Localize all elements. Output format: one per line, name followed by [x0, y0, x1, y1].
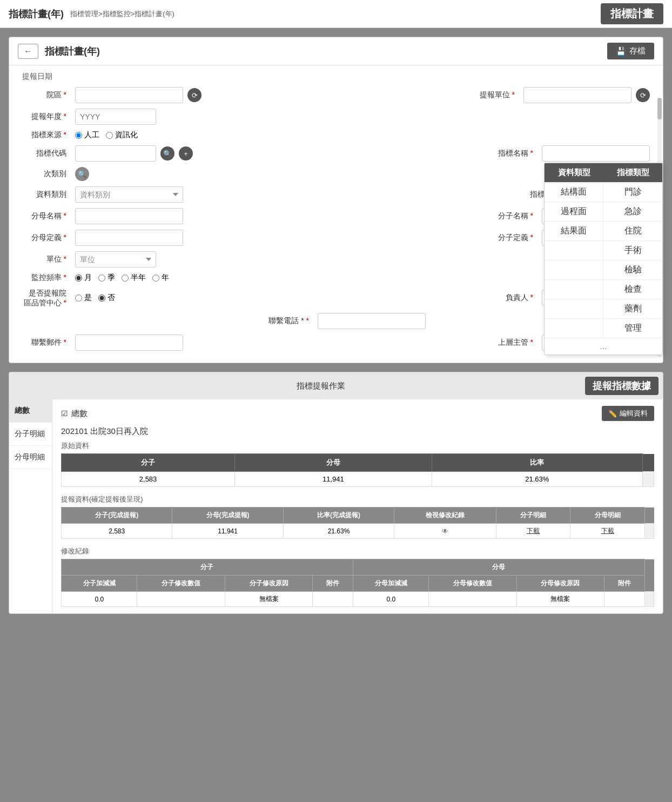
label-numer-def: 分子定義 [489, 233, 537, 243]
raw-numerator: 2,583 [62, 472, 235, 487]
report-data-row: 2,583 11,941 21.63% 👁 下載 下載 [62, 524, 654, 539]
row-indicator-code: 指標代碼 🔍 + 指標名稱 [22, 145, 650, 162]
dropdown-row-7[interactable]: 管理 [545, 318, 662, 338]
dropdown-cell-4-2[interactable]: 檢驗 [603, 260, 662, 279]
dropdown-row-3[interactable]: 手術 [545, 240, 662, 260]
radio-digital[interactable]: 資訊化 [106, 130, 138, 140]
raw-data-label: 原始資料 [61, 441, 654, 451]
record-title: 202101 出院30日再入院 [61, 426, 654, 437]
data-title-row: ☑ 總數 ✏️ 編輯資料 [61, 406, 654, 421]
dropdown-cell-0-1[interactable]: 結構面 [545, 183, 603, 202]
report-view-btn[interactable]: 👁 [394, 524, 496, 539]
input-report-year[interactable] [75, 109, 156, 125]
modify-scroll[interactable] [645, 559, 654, 576]
radio-half[interactable]: 半年 [122, 273, 146, 283]
freq-month-label: 月 [84, 273, 92, 283]
denom-detail-download[interactable]: 下載 [601, 527, 614, 534]
raw-scroll-cell [643, 472, 654, 487]
input-denom-name[interactable] [75, 208, 183, 224]
label-unit: 單位 [22, 255, 71, 264]
label-monitor-freq: 監控頻率 [22, 273, 71, 283]
dropdown-cell-3-1 [545, 241, 603, 260]
report-scroll[interactable] [645, 507, 654, 524]
back-button[interactable]: ← [18, 44, 38, 59]
dropdown-cell-1-1[interactable]: 過程面 [545, 202, 603, 221]
input-email[interactable] [75, 335, 183, 351]
radio-manual[interactable]: 人工 [75, 130, 99, 140]
data-area: ☑ 總數 ✏️ 編輯資料 202101 出院30日再入院 原始資料 分子 [52, 399, 663, 613]
main-content: ← 指標計畫(年) 💾 存檔 提報日期 院區 ⟳ 提報單位 [0, 28, 672, 623]
radio-month[interactable]: 月 [75, 273, 92, 283]
form-panel-header: ← 指標計畫(年) 💾 存檔 [9, 37, 663, 65]
radio-no[interactable]: 否 [98, 293, 115, 303]
subcategory-search-btn[interactable]: 🔍 [75, 167, 89, 181]
num-detail-download[interactable]: 下載 [527, 527, 540, 534]
dropdown-cell-3-2[interactable]: 手術 [603, 241, 662, 260]
sidebar-item-denominator[interactable]: 分母明細 [9, 446, 52, 469]
sidebar-item-total[interactable]: 總數 [9, 399, 52, 423]
radio-group-source: 人工 資訊化 [75, 130, 138, 140]
code-search-btn[interactable]: 🔍 [160, 146, 174, 161]
modify-num-value [137, 592, 225, 607]
modify-num-group: 分子 [62, 559, 353, 576]
report-data-table: 分子(完成提報) 分母(完成提報) 比率(完成提報) 檢視修改紀錄 分子明細 分… [61, 507, 654, 539]
modify-denom-attach [604, 592, 645, 607]
input-indicator-code[interactable] [75, 145, 156, 162]
dropdown-row-6[interactable]: 藥劑 [545, 299, 662, 318]
radio-year[interactable]: 年 [152, 273, 169, 283]
label-indicator-source: 指標來源 [22, 130, 71, 140]
edit-data-button[interactable]: ✏️ 編輯資料 [602, 406, 654, 421]
radio-yes[interactable]: 是 [75, 293, 92, 303]
input-denom-def[interactable] [75, 230, 183, 246]
top-bar-badge: 指標計畫 [601, 3, 663, 24]
raw-data-row: 2,583 11,941 21.63% [62, 472, 654, 487]
dropdown-row-2[interactable]: 結果面 住院 [545, 221, 662, 240]
checkbox-icon[interactable]: ☑ [61, 409, 68, 418]
radio-quarter[interactable]: 季 [98, 273, 115, 283]
dropdown-cell-1-2[interactable]: 急診 [603, 202, 662, 221]
sidebar-item-numerator[interactable]: 分子明細 [9, 423, 52, 446]
dropdown-more[interactable]: ... [545, 338, 662, 355]
dropdown-cell-5-2[interactable]: 檢查 [603, 280, 662, 299]
modify-scroll-cell [645, 592, 654, 607]
institute-search-btn[interactable]: ⟳ [187, 88, 201, 102]
input-institute[interactable] [75, 87, 183, 103]
dropdown-cell-2-1[interactable]: 結果面 [545, 222, 603, 240]
label-email: 聯繫郵件 [22, 338, 71, 347]
save-button[interactable]: 💾 存檔 [607, 43, 654, 59]
dropdown-overlay: 資料類型 指標類型 結構面 門診 過程面 急診 結果面 住院 手術 [544, 163, 663, 355]
report-denominator: 11,941 [172, 524, 283, 539]
modify-denom-delta: 0.0 [353, 592, 428, 607]
select-unit[interactable]: 單位 [75, 251, 156, 268]
input-report-unit[interactable] [523, 87, 631, 103]
raw-denominator: 11,941 [235, 472, 432, 487]
input-phone[interactable] [318, 313, 426, 329]
raw-scroll[interactable] [643, 454, 654, 472]
top-bar-left: 指標計畫(年) 指標管理>指標監控>指標計畫(年) [9, 8, 174, 21]
modify-num-attach [313, 592, 353, 607]
code-add-btn[interactable]: + [179, 146, 193, 161]
form-panel: ← 指標計畫(年) 💾 存檔 提報日期 院區 ⟳ 提報單位 [9, 37, 663, 363]
report-col-num: 分子(完成提報) [62, 507, 172, 524]
report-unit-search-btn[interactable]: ⟳ [636, 88, 650, 102]
bottom-panel-badge: 提報指標數據 [585, 377, 658, 395]
dropdown-row-5[interactable]: 檢查 [545, 279, 662, 299]
dropdown-cell-5-1 [545, 280, 603, 299]
save-label: 存檔 [629, 46, 646, 56]
dropdown-cell-7-2[interactable]: 管理 [603, 319, 662, 338]
edit-icon: ✏️ [608, 410, 617, 418]
dropdown-cell-6-2[interactable]: 藥劑 [603, 299, 662, 318]
modify-denom-group: 分母 [353, 559, 644, 576]
input-indicator-name[interactable] [542, 145, 650, 162]
dropdown-row-4[interactable]: 檢驗 [545, 260, 662, 279]
select-data-category[interactable]: 資料類別 [75, 186, 183, 203]
report-col-view: 檢視修改紀錄 [394, 507, 496, 524]
top-bar-title: 指標計畫(年) [9, 8, 64, 21]
dropdown-row-0[interactable]: 結構面 門診 [545, 182, 662, 202]
dropdown-cell-2-2[interactable]: 住院 [603, 222, 662, 240]
bottom-panel-header: 指標提報作業 提報指標數據 [9, 372, 663, 399]
label-subcategory: 次類別 [22, 169, 71, 179]
dropdown-row-1[interactable]: 過程面 急診 [545, 202, 662, 221]
freq-half-label: 半年 [131, 273, 146, 283]
dropdown-cell-0-2[interactable]: 門診 [603, 183, 662, 202]
